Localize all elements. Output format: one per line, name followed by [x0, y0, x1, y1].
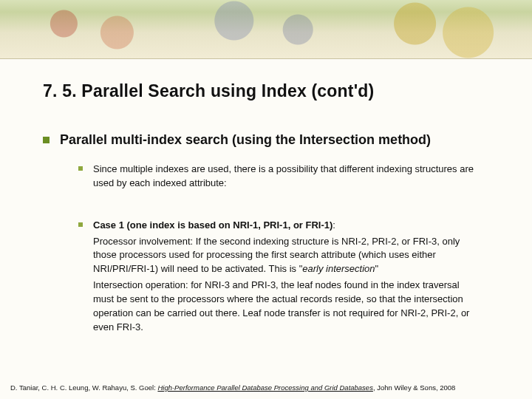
case-label: Case 1 (one index is based on NRI-1, PRI…: [93, 219, 332, 231]
case-body: Case 1 (one index is based on NRI-1, PRI…: [93, 219, 477, 337]
footer-authors: D. Taniar, C. H. C. Leung, W. Rahayu, S.…: [10, 383, 157, 392]
slide-title: 7. 5. Parallel Search using Index (cont'…: [43, 81, 502, 101]
footer-publisher: , John Wiley & Sons, 2008: [373, 383, 455, 392]
body-text: Since multiple indexes are used, there i…: [93, 163, 477, 191]
slide: 7. 5. Parallel Search using Index (cont'…: [0, 0, 532, 399]
footer-citation: D. Taniar, C. H. C. Leung, W. Rahayu, S.…: [0, 383, 532, 392]
bullet-level2-item2: Case 1 (one index is based on NRI-1, PRI…: [78, 219, 502, 337]
para2: Intersection operation: for NRI-3 and PR…: [93, 279, 477, 334]
para1-pre: Processor involvement: If the second ind…: [93, 236, 460, 275]
bullet-level1: Parallel multi-index search (using the I…: [43, 132, 502, 148]
heading-text: Parallel multi-index search (using the I…: [60, 132, 431, 148]
square-bullet-icon: [43, 137, 50, 143]
para1-end: ": [375, 263, 379, 274]
square-bullet-icon: [78, 166, 83, 171]
footer-title: High-Performance Parallel Database Proce…: [157, 383, 372, 392]
bullet-level2-item1: Since multiple indexes are used, there i…: [78, 163, 502, 191]
square-bullet-icon: [78, 222, 83, 227]
decorative-banner: [0, 0, 532, 59]
case-colon: :: [332, 219, 335, 231]
content-area: 7. 5. Parallel Search using Index (cont'…: [43, 81, 502, 336]
early-intersection: early intersection: [302, 263, 375, 274]
